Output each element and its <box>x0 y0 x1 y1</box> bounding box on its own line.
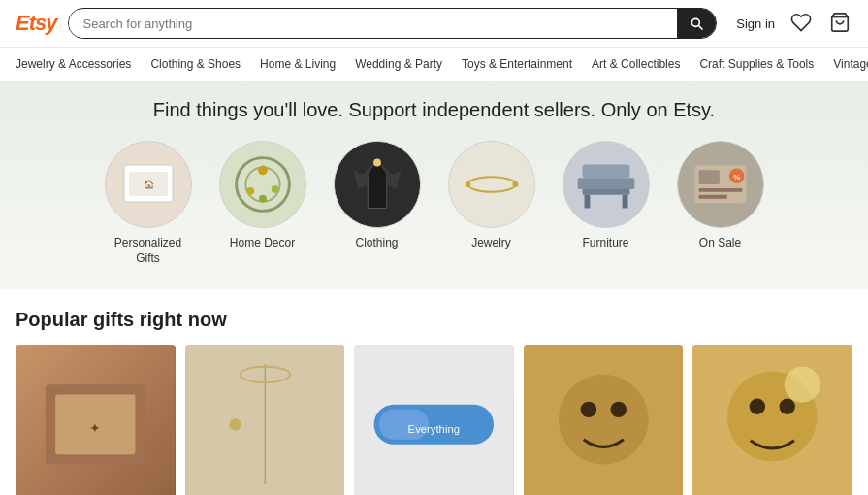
logo[interactable]: Etsy <box>16 11 56 36</box>
svg-point-8 <box>258 165 268 175</box>
search-bar <box>68 8 717 39</box>
category-label-clothing: Clothing <box>355 236 398 251</box>
category-circle-sale: % <box>677 141 764 228</box>
nav-item-toys[interactable]: Toys & Entertainment <box>452 53 582 75</box>
category-circle-gifts: 🏠 <box>105 141 192 228</box>
product-svg-4 <box>692 345 852 495</box>
svg-point-49 <box>610 402 626 417</box>
product-img-inner-0: ✦ <box>16 345 176 495</box>
hero-title: Find things you'll love. Support indepen… <box>16 99 852 121</box>
svg-point-41 <box>229 418 241 430</box>
wishlist-button[interactable] <box>788 10 814 38</box>
category-circles: 🏠 PersonalizedGifts Home Decor <box>16 141 852 266</box>
svg-rect-24 <box>584 195 590 209</box>
svg-text:✦: ✦ <box>89 420 101 436</box>
category-home-decor[interactable]: Home Decor <box>219 141 306 266</box>
product-card-4[interactable]: Customized Dog Bottle - Pet Name, Pet Do… <box>692 345 852 495</box>
product-svg-0: ✦ <box>16 345 176 495</box>
category-circle-furniture <box>563 141 650 228</box>
svg-point-10 <box>246 187 254 195</box>
header-actions: Sign in <box>736 10 852 38</box>
products-section: Popular gifts right now ✦ Birth Flower J… <box>0 289 868 495</box>
product-svg-2: Everything <box>354 345 514 495</box>
svg-rect-22 <box>577 178 634 189</box>
svg-point-47 <box>559 375 649 465</box>
product-image-1 <box>185 345 345 495</box>
nav-item-wedding[interactable]: Wedding & Party <box>345 53 452 75</box>
category-label-jewelry: Jewelry <box>471 236 511 251</box>
svg-text:Everything: Everything <box>408 423 460 435</box>
category-circle-decor <box>219 141 306 228</box>
svg-text:%: % <box>733 173 740 182</box>
category-label-furniture: Furniture <box>582 236 628 251</box>
svg-point-16 <box>373 159 381 167</box>
category-label-gifts: PersonalizedGifts <box>114 236 181 266</box>
svg-point-20 <box>512 182 518 187</box>
category-personalized-gifts[interactable]: 🏠 PersonalizedGifts <box>105 141 192 266</box>
svg-point-54 <box>785 367 820 403</box>
product-img-inner-1 <box>185 345 345 495</box>
svg-text:🏠: 🏠 <box>143 179 154 190</box>
cart-icon <box>829 12 851 33</box>
svg-rect-25 <box>622 195 627 209</box>
nav-item-home[interactable]: Home & Living <box>250 53 345 75</box>
svg-point-11 <box>259 195 267 203</box>
svg-point-48 <box>580 402 595 417</box>
product-card-3[interactable]: Customized Dog Bottle - Pet Name, Pet Do… <box>524 345 684 495</box>
product-image-2: Everything <box>354 345 514 495</box>
cart-button[interactable] <box>827 10 852 38</box>
clothing-image <box>335 141 420 228</box>
category-circle-clothing <box>334 141 421 228</box>
product-img-inner-3 <box>524 345 684 495</box>
svg-point-19 <box>465 182 470 187</box>
category-on-sale[interactable]: % On Sale <box>677 141 764 266</box>
hero-section: Find things you'll love. Support indepen… <box>0 82 868 289</box>
search-input[interactable] <box>69 10 677 38</box>
decor-image <box>220 141 305 228</box>
gifts-image: 🏠 <box>114 150 182 218</box>
svg-point-53 <box>780 399 795 414</box>
svg-rect-29 <box>698 170 720 184</box>
product-image-0: ✦ <box>16 345 176 495</box>
product-image-3 <box>524 345 684 495</box>
product-img-inner-4 <box>692 345 852 495</box>
product-img-inner-2: Everything <box>354 345 514 495</box>
svg-point-5 <box>220 142 305 227</box>
svg-rect-23 <box>582 189 629 195</box>
sign-in-link[interactable]: Sign in <box>736 16 775 31</box>
header: Etsy Sign in <box>0 0 868 48</box>
products-grid: ✦ Birth Flower Jewelry Travel Case, Birt… <box>16 345 852 495</box>
product-image-4 <box>692 345 852 495</box>
search-button[interactable] <box>677 9 716 38</box>
nav-item-clothing[interactable]: Clothing & Shoes <box>141 53 250 75</box>
svg-point-17 <box>449 142 534 227</box>
furniture-image <box>563 141 649 228</box>
svg-rect-26 <box>582 164 629 178</box>
svg-rect-31 <box>698 195 726 199</box>
category-label-sale: On Sale <box>699 236 741 251</box>
sale-image: % <box>678 141 763 228</box>
search-icon <box>689 16 704 31</box>
product-card-0[interactable]: ✦ Birth Flower Jewelry Travel Case, Birt… <box>16 345 176 495</box>
heart-icon <box>790 12 812 33</box>
nav-item-vintage[interactable]: Vintage <box>823 53 868 75</box>
category-label-decor: Home Decor <box>230 236 295 251</box>
category-circle-jewelry <box>448 141 535 228</box>
jewelry-image <box>449 141 534 228</box>
nav-item-art[interactable]: Art & Collectibles <box>582 53 690 75</box>
product-card-2[interactable]: Everything Bella button cleaner, alle Da… <box>354 345 514 495</box>
svg-rect-30 <box>698 188 742 192</box>
product-svg-3 <box>524 345 684 495</box>
category-clothing[interactable]: Clothing <box>334 141 421 266</box>
svg-point-52 <box>750 399 765 414</box>
section-title: Popular gifts right now <box>16 309 852 331</box>
product-svg-1 <box>185 345 345 495</box>
nav-item-craft[interactable]: Craft Supplies & Tools <box>690 53 823 75</box>
product-card-1[interactable]: Dainty Name Necklace with Birth Flower, … <box>185 345 345 495</box>
category-furniture[interactable]: Furniture <box>563 141 650 266</box>
svg-point-9 <box>271 185 278 193</box>
nav-item-jewelry[interactable]: Jewelry & Accessories <box>16 53 141 75</box>
category-jewelry[interactable]: Jewelry <box>448 141 535 266</box>
main-nav: Jewelry & Accessories Clothing & Shoes H… <box>0 48 868 82</box>
